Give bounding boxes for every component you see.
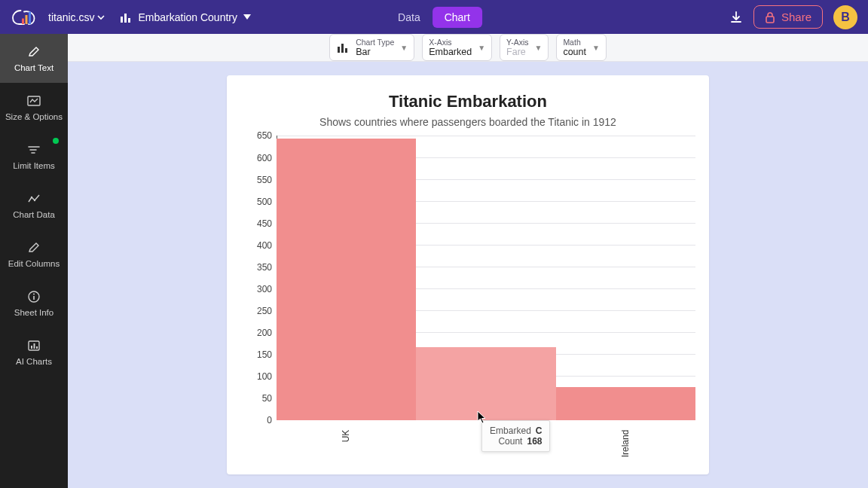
sidebar-item-size-options[interactable]: Size & Options [0, 83, 68, 132]
left-sidebar: Chart Text Size & Options Limit Items Ch… [0, 34, 68, 488]
triangle-down-icon: ▼ [478, 44, 485, 52]
y-tick: 600 [257, 153, 272, 163]
chart-menu-dropdown[interactable]: Embarkation Country [120, 11, 251, 23]
triangle-down-icon [243, 14, 251, 20]
svg-rect-16 [36, 346, 38, 349]
x-tick-label: Ireland [620, 430, 631, 458]
tab-data[interactable]: Data [386, 7, 432, 28]
y-tick: 0 [267, 415, 272, 425]
chart-config-toolbar: Chart Type Bar ▼ X-Axis Embarked ▼ Y-Axi… [68, 34, 868, 62]
chart-name: Embarkation Country [138, 11, 237, 23]
sidebar-item-ai-charts[interactable]: AI Charts [0, 328, 68, 377]
pencil-icon [26, 240, 41, 255]
pencil-icon [26, 44, 41, 59]
chart-bar[interactable] [556, 387, 695, 421]
bar-chart-icon [336, 41, 350, 54]
svg-rect-1 [26, 15, 28, 24]
chart-title: Titanic Embarkation [240, 92, 695, 111]
y-tick: 450 [257, 218, 272, 229]
y-tick: 650 [257, 130, 272, 141]
chart-plot-area[interactable]: 050100150200250300350400450500550600650U… [240, 136, 695, 465]
y-tick: 300 [257, 284, 272, 294]
triangle-down-icon: ▼ [534, 44, 542, 52]
workspace: Chart Type Bar ▼ X-Axis Embarked ▼ Y-Axi… [68, 34, 868, 488]
svg-rect-3 [121, 17, 123, 23]
triangle-down-icon: ▼ [592, 44, 600, 52]
active-indicator-icon [53, 138, 59, 144]
svg-rect-14 [31, 346, 32, 349]
triangle-down-icon: ▼ [400, 44, 408, 52]
math-selector[interactable]: Math count ▼ [556, 34, 607, 61]
x-axis-selector[interactable]: X-Axis Embarked ▼ [422, 34, 492, 61]
svg-rect-5 [128, 18, 130, 23]
y-axis-selector[interactable]: Y-Axis Fare ▼ [500, 34, 549, 61]
user-avatar[interactable]: B [833, 5, 857, 29]
chart-subtitle: Shows countries where passengers boarded… [240, 116, 695, 128]
chart-bar[interactable] [416, 347, 555, 421]
file-dropdown[interactable]: titanic.csv [48, 11, 105, 23]
frame-icon [26, 93, 41, 108]
svg-point-9 [34, 200, 35, 201]
lock-icon [765, 11, 775, 23]
svg-rect-0 [22, 18, 24, 24]
y-tick: 500 [257, 197, 272, 207]
line-chart-icon [26, 191, 41, 206]
chart-card: Titanic Embarkation Shows countries wher… [227, 75, 709, 474]
tab-chart[interactable]: Chart [432, 7, 482, 28]
x-tick-label: UK [341, 430, 352, 443]
y-tick: 200 [257, 328, 272, 338]
ai-chart-icon [26, 338, 41, 353]
y-tick: 150 [257, 349, 272, 360]
sidebar-item-limit-items[interactable]: Limit Items [0, 132, 68, 181]
info-icon [26, 289, 41, 304]
y-tick: 50 [262, 393, 272, 404]
bar-chart-icon [120, 11, 132, 23]
app-logo-icon [11, 6, 38, 29]
svg-point-12 [33, 294, 35, 295]
svg-rect-4 [124, 14, 127, 23]
chart-tooltip: EmbarkedCCount168 [481, 420, 550, 452]
y-tick: 250 [257, 306, 272, 316]
sidebar-item-chart-data[interactable]: Chart Data [0, 181, 68, 230]
svg-rect-15 [34, 343, 35, 349]
share-button[interactable]: Share [753, 5, 823, 29]
file-name: titanic.csv [48, 11, 94, 23]
share-label: Share [781, 11, 811, 23]
chevron-down-icon [97, 14, 105, 21]
svg-rect-2 [29, 11, 31, 24]
sidebar-item-sheet-info[interactable]: Sheet Info [0, 279, 68, 328]
y-tick: 350 [257, 262, 272, 273]
svg-point-8 [31, 197, 32, 198]
svg-rect-17 [338, 47, 340, 53]
filter-lines-icon [26, 142, 41, 157]
sidebar-item-edit-columns[interactable]: Edit Columns [0, 230, 68, 279]
svg-rect-6 [766, 17, 774, 23]
y-tick: 100 [257, 371, 272, 382]
svg-rect-18 [341, 44, 344, 53]
y-tick: 550 [257, 175, 272, 185]
sidebar-item-chart-text[interactable]: Chart Text [0, 34, 68, 83]
svg-rect-11 [33, 296, 35, 300]
chart-type-selector[interactable]: Chart Type Bar ▼ [329, 34, 414, 61]
view-tabs: Data Chart [386, 7, 482, 28]
top-bar: titanic.csv Embarkation Country Data Cha… [0, 0, 868, 34]
svg-rect-19 [345, 48, 347, 53]
chart-bar[interactable] [277, 139, 416, 421]
y-tick: 400 [257, 240, 272, 251]
download-icon[interactable] [729, 11, 743, 24]
